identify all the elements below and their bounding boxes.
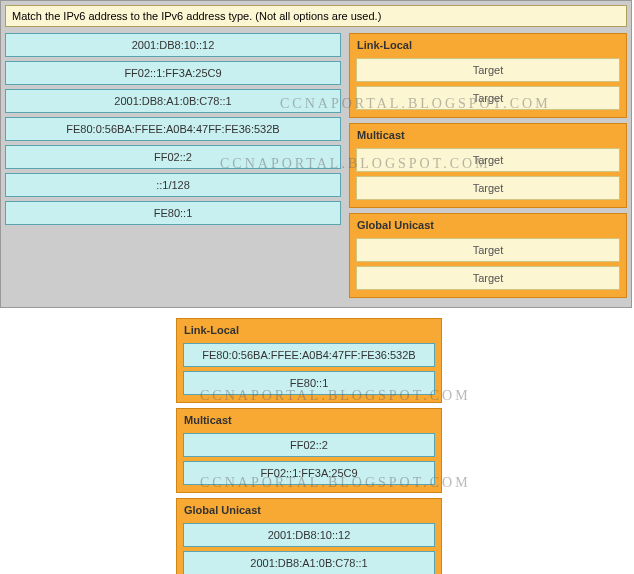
answer-item[interactable]: 2001:DB8:10::12 [183,523,435,547]
category-title: Link-Local [353,37,623,56]
source-column: 2001:DB8:10::12 FF02::1:FF3A:25C9 2001:D… [5,33,341,229]
category-global-unicast: Global Unicast Target Target [349,213,627,298]
category-title: Link-Local [180,322,438,341]
category-link-local: Link-Local Target Target [349,33,627,118]
source-item[interactable]: FF02::2 [5,145,341,169]
source-item[interactable]: 2001:DB8:10::12 [5,33,341,57]
drop-target[interactable]: Target [356,176,620,200]
source-item[interactable]: ::1/128 [5,173,341,197]
source-item[interactable]: 2001:DB8:A1:0B:C78::1 [5,89,341,113]
drop-target[interactable]: Target [356,86,620,110]
source-item[interactable]: FF02::1:FF3A:25C9 [5,61,341,85]
answer-item[interactable]: FF02::2 [183,433,435,457]
source-item[interactable]: FE80::1 [5,201,341,225]
source-item[interactable]: FE80:0:56BA:FFEE:A0B4:47FF:FE36:532B [5,117,341,141]
answer-item[interactable]: FE80:0:56BA:FFEE:A0B4:47FF:FE36:532B [183,343,435,367]
answer-global-unicast: Global Unicast 2001:DB8:10::12 2001:DB8:… [176,498,442,574]
answer-panel: Link-Local FE80:0:56BA:FFEE:A0B4:47FF:FE… [176,318,442,574]
drop-target[interactable]: Target [356,58,620,82]
answer-link-local: Link-Local FE80:0:56BA:FFEE:A0B4:47FF:FE… [176,318,442,403]
category-title: Global Unicast [353,217,623,236]
question-panel: Match the IPv6 address to the IPv6 addre… [0,0,632,308]
category-title: Multicast [180,412,438,431]
category-multicast: Multicast Target Target [349,123,627,208]
answer-item[interactable]: FE80::1 [183,371,435,395]
drop-target[interactable]: Target [356,266,620,290]
drop-target[interactable]: Target [356,148,620,172]
target-column: Link-Local Target Target Multicast Targe… [349,33,627,303]
instruction-text: Match the IPv6 address to the IPv6 addre… [5,5,627,27]
drop-target[interactable]: Target [356,238,620,262]
category-title: Global Unicast [180,502,438,521]
category-title: Multicast [353,127,623,146]
answer-multicast: Multicast FF02::2 FF02::1:FF3A:25C9 [176,408,442,493]
answer-item[interactable]: FF02::1:FF3A:25C9 [183,461,435,485]
answer-item[interactable]: 2001:DB8:A1:0B:C78::1 [183,551,435,574]
